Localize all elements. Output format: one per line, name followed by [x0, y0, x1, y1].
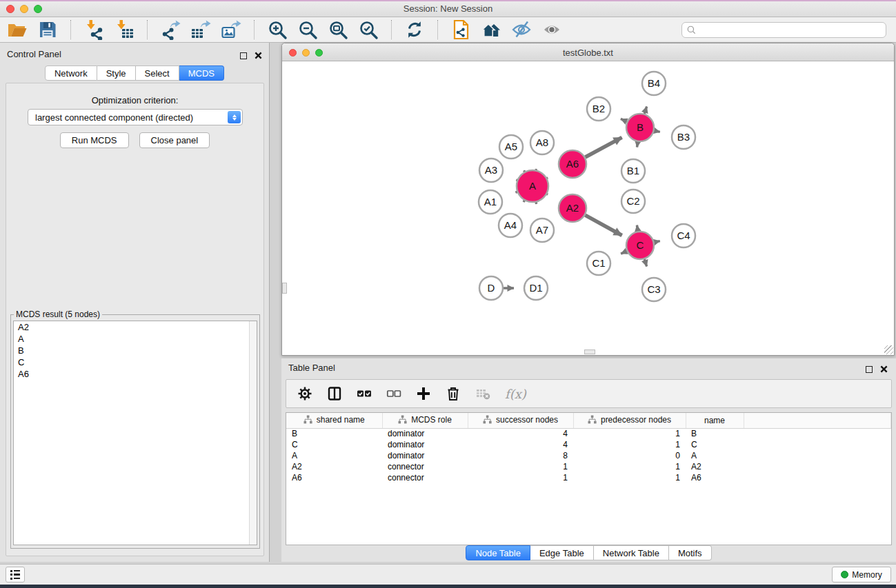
export-image-icon[interactable] [221, 19, 241, 40]
settings-gear-icon[interactable] [297, 386, 312, 401]
table-cell[interactable]: B [686, 428, 744, 439]
graph-node[interactable]: A7 [530, 219, 554, 242]
tab-mcds[interactable]: MCDS [179, 65, 224, 81]
graph-node[interactable]: C2 [621, 190, 645, 213]
close-table-panel-icon[interactable] [880, 363, 888, 376]
graph-node[interactable]: C4 [672, 224, 695, 247]
zoom-selected-icon[interactable] [358, 19, 379, 40]
table-cell[interactable]: connector [382, 461, 468, 472]
tab-network-table[interactable]: Network Table [594, 545, 669, 560]
hide-panels-icon[interactable] [511, 19, 532, 40]
table-cell[interactable]: A [686, 450, 744, 461]
table-cell[interactable]: 4 [468, 439, 573, 450]
table-cell[interactable]: A2 [286, 461, 382, 472]
tab-network[interactable]: Network [45, 65, 97, 81]
close-panel-icon[interactable] [255, 50, 262, 62]
graph-node[interactable]: A6 [559, 150, 586, 178]
table-cell[interactable]: dominator [382, 450, 468, 461]
run-mcds-button[interactable]: Run MCDS [60, 132, 129, 148]
birds-eye-icon[interactable] [541, 19, 562, 40]
float-table-panel-icon[interactable] [866, 366, 873, 373]
graph-node[interactable]: A [517, 170, 548, 202]
table-row[interactable]: Bdominator41B [286, 428, 891, 439]
graph-node[interactable]: A2 [559, 194, 586, 222]
export-table-icon[interactable] [190, 19, 211, 40]
clone-network-icon[interactable] [450, 19, 471, 40]
graph-edge[interactable] [655, 241, 660, 243]
graph-node[interactable]: A5 [499, 135, 523, 159]
delete-table-icon[interactable] [475, 386, 490, 401]
table-cell[interactable]: B [286, 428, 382, 439]
table-cell[interactable]: A2 [686, 461, 744, 472]
zoom-in-icon[interactable] [267, 19, 288, 40]
column-header-name[interactable]: name [686, 413, 744, 428]
open-file-icon[interactable] [7, 19, 28, 40]
table-row[interactable]: Cdominator41C [286, 439, 891, 450]
network-window-titlebar[interactable]: testGlobe.txt [282, 43, 894, 61]
table-cell[interactable]: 1 [468, 461, 573, 472]
graph-node[interactable]: B1 [621, 159, 645, 183]
table-cell[interactable]: 1 [573, 439, 686, 450]
table-cell[interactable]: connector [382, 472, 468, 483]
add-column-icon[interactable] [416, 386, 431, 401]
mcds-result-list[interactable]: A2ABCA6 [13, 321, 257, 545]
search-field[interactable] [681, 22, 886, 38]
graph-edge[interactable] [621, 251, 627, 254]
graph-edge[interactable] [516, 192, 517, 193]
graph-node[interactable]: A3 [479, 159, 503, 182]
graph-node[interactable]: B3 [672, 125, 695, 149]
export-network-icon[interactable] [160, 19, 181, 40]
mcds-result-item[interactable]: A2 [14, 321, 257, 333]
graph-edge[interactable] [524, 201, 524, 202]
mcds-result-item[interactable]: C [14, 356, 257, 368]
tab-edge-table[interactable]: Edge Table [530, 545, 594, 560]
mcds-result-item[interactable]: B [14, 345, 257, 356]
tab-style[interactable]: Style [97, 65, 136, 81]
import-network-icon[interactable] [83, 19, 104, 40]
table-cell[interactable]: C [286, 439, 382, 450]
table-cell[interactable]: A [286, 450, 382, 461]
tab-motifs[interactable]: Motifs [669, 545, 712, 560]
close-panel-button[interactable]: Close panel [139, 132, 210, 148]
graph-edge[interactable] [524, 170, 525, 172]
table-cell[interactable]: 1 [573, 472, 686, 483]
column-header-MCDS-role[interactable]: MCDS role [382, 413, 468, 428]
horizontal-scroll-stub[interactable] [584, 349, 595, 354]
graph-node[interactable]: A1 [479, 190, 502, 214]
graph-node[interactable]: D1 [524, 276, 548, 300]
mcds-result-item[interactable]: A6 [14, 368, 257, 380]
table-cell[interactable]: 1 [573, 461, 686, 472]
show-all-panels-icon[interactable] [481, 19, 501, 40]
task-history-button[interactable] [6, 567, 25, 582]
resize-grip-icon[interactable] [884, 345, 893, 354]
column-view-icon[interactable] [327, 386, 342, 401]
memory-button[interactable]: Memory [832, 567, 891, 582]
graph-node[interactable]: B4 [642, 72, 666, 95]
table-cell[interactable]: 0 [573, 450, 686, 461]
graph-edge[interactable] [644, 106, 646, 114]
tab-node-table[interactable]: Node Table [466, 545, 530, 560]
graph-node[interactable]: B2 [587, 97, 610, 121]
zoom-out-icon[interactable] [297, 19, 318, 40]
graph-node[interactable]: D [479, 276, 503, 300]
table-cell[interactable]: 4 [468, 428, 573, 439]
column-header-successor-nodes[interactable]: successor nodes [468, 413, 573, 428]
column-header-predecessor-nodes[interactable]: predecessor nodes [573, 413, 686, 428]
graph-edge[interactable] [637, 142, 638, 148]
graph-edge[interactable] [644, 259, 646, 267]
network-graph[interactable]: B4B2BB3A5A8A6B1A3AC2A1A2A4A7C4CC1C3DD1 [282, 61, 894, 355]
table-row[interactable]: A6connector11A6 [286, 472, 891, 483]
network-canvas[interactable]: B4B2BB3A5A8A6B1A3AC2A1A2A4A7C4CC1C3DD1 [282, 61, 894, 355]
graph-node[interactable]: C1 [587, 252, 610, 275]
search-input[interactable] [697, 23, 882, 36]
result-list-scrollbar[interactable] [249, 321, 257, 545]
graph-edge[interactable] [621, 119, 627, 121]
deselect-all-icon[interactable] [386, 386, 401, 401]
table-cell[interactable]: 1 [468, 472, 573, 483]
criterion-dropdown[interactable]: largest connected component (directed) [28, 109, 243, 125]
function-builder-icon[interactable]: f(x) [505, 387, 526, 401]
table-row[interactable]: Adominator80A [286, 450, 891, 461]
select-all-icon[interactable] [357, 386, 372, 401]
table-cell[interactable]: dominator [382, 439, 468, 450]
table-cell[interactable]: A6 [686, 472, 744, 483]
